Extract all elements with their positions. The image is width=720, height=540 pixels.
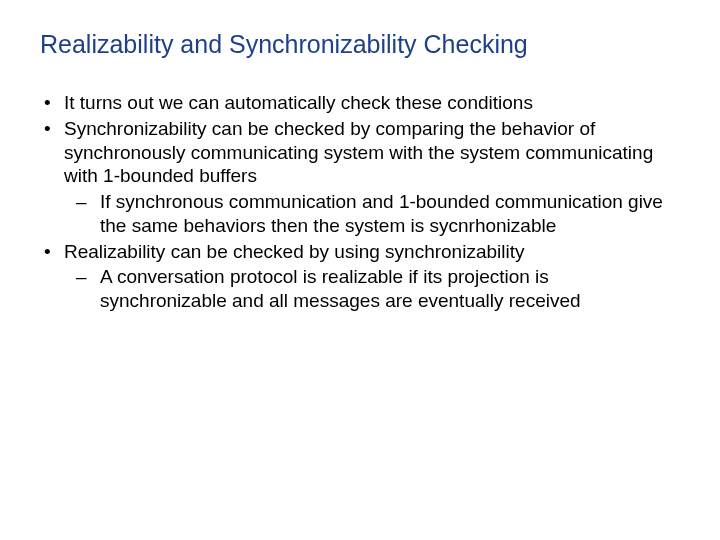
sub-bullet-item: – A conversation protocol is realizable … [76,265,680,313]
bullet-marker: • [40,117,64,188]
bullet-marker: • [40,91,64,115]
bullet-text: Synchronizability can be checked by comp… [64,117,680,188]
sub-bullet-item: – If synchronous communication and 1-bou… [76,190,680,238]
sub-bullet-text: A conversation protocol is realizable if… [100,265,680,313]
dash-marker: – [76,190,100,238]
sub-bullet-text: If synchronous communication and 1-bound… [100,190,680,238]
slide-content: • It turns out we can automatically chec… [40,91,680,313]
bullet-text: Realizability can be checked by using sy… [64,240,680,264]
bullet-item: • It turns out we can automatically chec… [40,91,680,115]
bullet-item: • Synchronizability can be checked by co… [40,117,680,188]
slide-title: Realizability and Synchronizability Chec… [40,30,680,59]
bullet-text: It turns out we can automatically check … [64,91,680,115]
bullet-item: • Realizability can be checked by using … [40,240,680,264]
dash-marker: – [76,265,100,313]
bullet-marker: • [40,240,64,264]
